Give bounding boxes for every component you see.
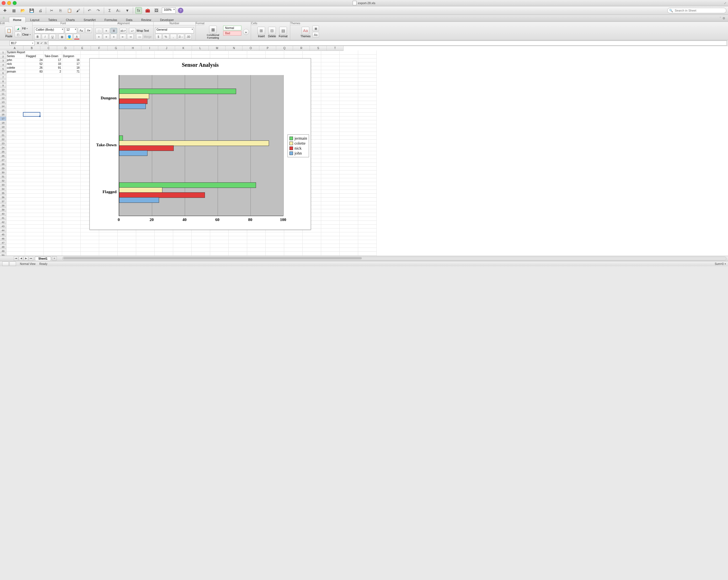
cell[interactable]: [25, 78, 44, 82]
bar[interactable]: [119, 197, 159, 203]
increase-font-icon[interactable]: A▴: [78, 28, 84, 33]
cell[interactable]: [358, 193, 377, 198]
select-all-corner[interactable]: [0, 46, 6, 51]
cell[interactable]: [358, 97, 377, 101]
cell[interactable]: [62, 201, 81, 205]
cell[interactable]: [340, 186, 358, 190]
cell[interactable]: [358, 224, 377, 228]
cell[interactable]: [321, 66, 340, 70]
cell[interactable]: 17: [62, 62, 81, 66]
cell[interactable]: [173, 248, 192, 252]
cell[interactable]: [6, 163, 25, 167]
cell[interactable]: [358, 248, 377, 252]
row-header[interactable]: 8: [0, 80, 6, 84]
cell[interactable]: [44, 139, 62, 143]
cell[interactable]: [81, 240, 99, 244]
cell[interactable]: [358, 143, 377, 147]
cell[interactable]: [358, 58, 377, 62]
cell[interactable]: [358, 54, 377, 58]
borders-button[interactable]: ▦: [58, 34, 65, 39]
row-header[interactable]: 18: [0, 121, 6, 125]
cell[interactable]: [340, 213, 358, 217]
cell[interactable]: [62, 51, 81, 55]
row-header[interactable]: 36: [0, 195, 6, 199]
cell[interactable]: [62, 244, 81, 248]
cell[interactable]: [44, 186, 62, 190]
cell[interactable]: [303, 51, 321, 55]
cell[interactable]: [266, 54, 284, 58]
cell[interactable]: [6, 201, 25, 205]
cell[interactable]: [25, 159, 44, 163]
bar[interactable]: [119, 89, 236, 94]
cell[interactable]: [25, 244, 44, 248]
cell[interactable]: [210, 244, 229, 248]
cell[interactable]: [321, 163, 340, 167]
cell[interactable]: [340, 58, 358, 62]
cell[interactable]: [358, 255, 377, 256]
cell[interactable]: [62, 139, 81, 143]
column-header[interactable]: T: [327, 46, 343, 51]
cell[interactable]: [340, 105, 358, 109]
cell[interactable]: [340, 193, 358, 198]
row-header[interactable]: 19: [0, 125, 6, 129]
cell[interactable]: [321, 193, 340, 198]
cell[interactable]: [321, 228, 340, 232]
cell[interactable]: [321, 244, 340, 248]
cell[interactable]: [340, 85, 358, 89]
cell[interactable]: [340, 66, 358, 70]
scrollbar-thumb[interactable]: [63, 257, 362, 259]
cell[interactable]: [44, 120, 62, 124]
cell[interactable]: [25, 139, 44, 143]
cell[interactable]: [25, 116, 44, 120]
media-browser-icon[interactable]: 🖼: [153, 7, 160, 14]
cell[interactable]: [303, 236, 321, 240]
cell[interactable]: [340, 155, 358, 159]
cell[interactable]: [25, 178, 44, 182]
cell[interactable]: [340, 244, 358, 248]
cell[interactable]: [25, 147, 44, 151]
cell[interactable]: [44, 51, 62, 55]
cell[interactable]: [62, 240, 81, 244]
cell[interactable]: [62, 163, 81, 167]
cell[interactable]: [340, 174, 358, 178]
cell[interactable]: [358, 159, 377, 163]
cell[interactable]: [25, 143, 44, 147]
cell[interactable]: [6, 147, 25, 151]
cell[interactable]: [99, 251, 118, 255]
cell[interactable]: 2: [44, 70, 62, 74]
cell[interactable]: [6, 213, 25, 217]
cell[interactable]: [44, 224, 62, 228]
cell[interactable]: [62, 166, 81, 170]
cell[interactable]: [62, 132, 81, 136]
font-color-button[interactable]: A: [74, 34, 80, 39]
cell[interactable]: [340, 139, 358, 143]
cell[interactable]: [340, 124, 358, 128]
cell[interactable]: [229, 248, 247, 252]
conditional-formatting-button[interactable]: ▦ Conditional Formatting: [204, 25, 222, 39]
cell[interactable]: [340, 159, 358, 163]
cell[interactable]: [44, 248, 62, 252]
cell[interactable]: [44, 228, 62, 232]
cell[interactable]: [44, 182, 62, 186]
cell[interactable]: [358, 66, 377, 70]
column-header[interactable]: O: [242, 46, 259, 51]
cell[interactable]: [81, 255, 99, 256]
cell[interactable]: [25, 120, 44, 124]
cell[interactable]: [136, 54, 155, 58]
cell[interactable]: [25, 236, 44, 240]
cell[interactable]: [358, 108, 377, 113]
cell[interactable]: [99, 236, 118, 240]
cell[interactable]: [340, 81, 358, 86]
cell[interactable]: [247, 51, 266, 55]
cell[interactable]: [358, 62, 377, 66]
cell[interactable]: [284, 236, 303, 240]
column-header[interactable]: Q: [276, 46, 293, 51]
cell[interactable]: [62, 205, 81, 209]
row-header[interactable]: 32: [0, 179, 6, 183]
styles-more-button[interactable]: ▸: [243, 29, 249, 35]
cell[interactable]: [358, 166, 377, 170]
row-header[interactable]: 27: [0, 158, 6, 162]
cell[interactable]: [6, 101, 25, 105]
row-header[interactable]: 7: [0, 75, 6, 80]
cell[interactable]: [358, 136, 377, 140]
